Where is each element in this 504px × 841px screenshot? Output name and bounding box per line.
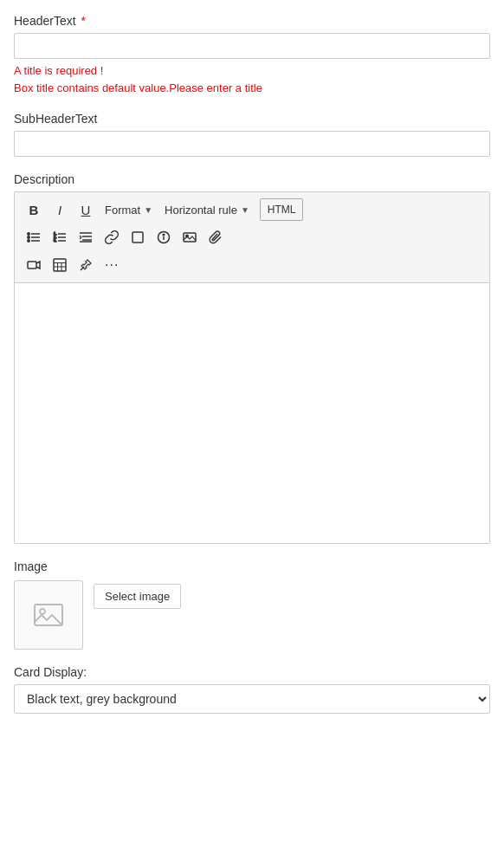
info-button[interactable] [152, 225, 176, 249]
header-text-input[interactable] [14, 33, 490, 59]
subheader-text-group: SubHeaderText [14, 112, 490, 157]
italic-button[interactable]: I [48, 197, 72, 222]
required-indicator: * [78, 14, 86, 28]
subheader-text-input[interactable] [14, 131, 490, 157]
ordered-list-button[interactable]: 1. 2. 3. [48, 225, 72, 249]
attachment-button[interactable] [204, 225, 228, 249]
toolbar-row-1: B I U Format ▼ Horizontal rule ▼ HTML [22, 197, 482, 222]
info-icon [157, 230, 171, 244]
svg-point-0 [28, 233, 29, 235]
attachment-icon [209, 230, 223, 244]
svg-rect-22 [28, 262, 36, 268]
horizontal-rule-dropdown[interactable]: Horizontal rule ▼ [159, 197, 255, 222]
card-display-select[interactable]: Black text, grey backgroundWhite text, d… [14, 684, 490, 714]
svg-point-4 [28, 240, 29, 242]
video-icon [27, 258, 41, 272]
indent-icon [79, 230, 93, 244]
pin-icon [79, 258, 93, 272]
toolbar-row-2: 1. 2. 3. [22, 225, 482, 249]
svg-rect-23 [54, 259, 66, 271]
horizontal-rule-arrow: ▼ [241, 205, 249, 215]
pin-button[interactable] [74, 253, 98, 277]
error-default-value: Box title contains default value.Please … [14, 80, 490, 97]
image-section: Image Select image [14, 560, 490, 650]
format-dropdown[interactable]: Format ▼ [100, 197, 158, 222]
image-placeholder [14, 580, 83, 650]
more-options-button[interactable]: ··· [100, 253, 124, 277]
image-upload-area: Select image [14, 580, 490, 650]
unordered-list-button[interactable] [22, 225, 46, 249]
image-placeholder-icon [33, 601, 64, 629]
format-dropdown-arrow: ▼ [144, 205, 152, 215]
editor-container: B I U Format ▼ Horizontal rule ▼ HTML [14, 191, 490, 544]
insert-image-icon [183, 230, 197, 244]
box-icon [131, 230, 145, 244]
error-messages: A title is required ! Box title contains… [14, 62, 490, 96]
description-group: Description B I U Format ▼ Horizontal ru… [14, 172, 490, 544]
bold-button[interactable]: B [22, 197, 46, 222]
image-label: Image [14, 560, 490, 573]
header-text-label: HeaderText * [14, 14, 490, 28]
indent-button[interactable] [74, 225, 98, 249]
video-button[interactable] [22, 253, 46, 277]
html-button[interactable]: HTML [260, 198, 304, 221]
svg-rect-20 [184, 233, 196, 242]
card-display-label: Card Display: [14, 665, 490, 679]
unordered-list-icon [27, 230, 41, 244]
subheader-text-label: SubHeaderText [14, 112, 490, 126]
underline-button[interactable]: U [74, 197, 98, 222]
ordered-list-icon: 1. 2. 3. [53, 230, 67, 244]
svg-point-30 [40, 609, 45, 614]
toolbar-row-3: ··· [22, 253, 482, 277]
box-button[interactable] [126, 225, 150, 249]
table-icon [53, 258, 67, 272]
select-image-button[interactable]: Select image [94, 584, 181, 609]
header-text-group: HeaderText * A title is required ! Box t… [14, 14, 490, 96]
link-button[interactable] [100, 225, 124, 249]
svg-rect-16 [132, 232, 143, 243]
error-title-required: A title is required ! [14, 62, 490, 80]
card-display-section: Card Display: Black text, grey backgroun… [14, 665, 490, 714]
insert-image-button[interactable] [178, 225, 202, 249]
svg-text:3.: 3. [54, 238, 56, 243]
editor-area[interactable] [15, 283, 489, 543]
description-label: Description [14, 172, 490, 186]
table-button[interactable] [48, 253, 72, 277]
link-icon [105, 230, 119, 244]
svg-point-2 [28, 236, 29, 238]
editor-toolbar: B I U Format ▼ Horizontal rule ▼ HTML [15, 192, 489, 283]
svg-point-19 [163, 234, 165, 236]
